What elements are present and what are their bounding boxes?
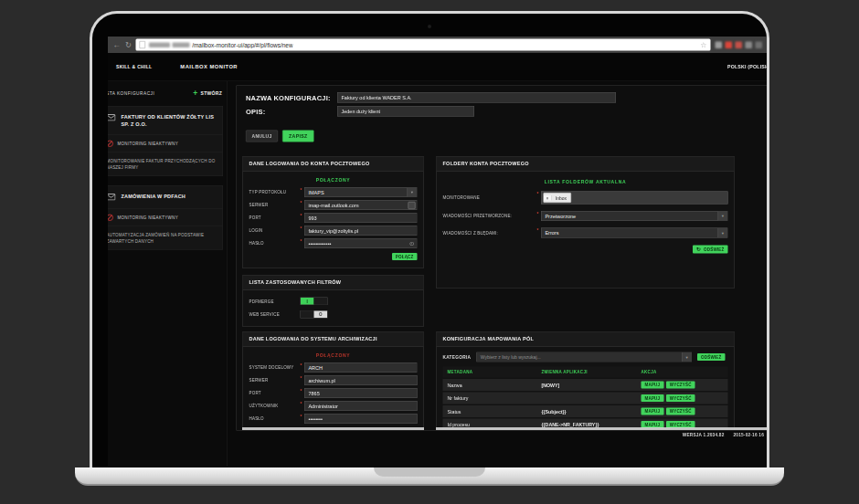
field-label: PORT [249, 215, 301, 220]
url-path: /mailbox-monitor-ui/app/#/pl/flows/new [192, 41, 293, 48]
extension-icon[interactable] [756, 41, 763, 48]
port-input[interactable]: 993 [304, 213, 418, 223]
monitored-folders-input[interactable]: × Inbox [541, 192, 728, 205]
chevron-down-icon[interactable]: ▾ [682, 352, 692, 362]
company-logo: SKILL & CHILL [116, 64, 152, 69]
filter-label: PDFMERGE [249, 299, 301, 303]
target-system-input[interactable]: ARCH [304, 362, 418, 373]
connect-button[interactable]: POŁĄCZ [392, 253, 418, 260]
filter-label: WEB SERVICE [249, 312, 301, 317]
field-label: WIADOMOŚCI Z BŁĘDAMI: [443, 231, 537, 236]
extension-icon[interactable] [746, 41, 753, 48]
folder-tag-chip: × Inbox [543, 193, 571, 203]
refresh-mapping-button[interactable]: ODŚWIEŻ [697, 353, 725, 361]
laptop-base [75, 467, 784, 486]
clear-button[interactable]: WYCZYŚĆ [666, 408, 695, 415]
mapping-table-row: Nr faktury MAPUJ WYCZYŚĆ [443, 393, 728, 404]
configuration-card[interactable]: FAKTURY OD KLIENTÓW ŻÓŁTY LIS SP. Z O.O.… [108, 106, 223, 176]
bookmark-star-icon[interactable]: ☆ [700, 40, 706, 49]
refresh-folders-button[interactable]: ↻ ODŚWIEŻ [693, 246, 728, 254]
configuration-card-description: AUTOMATYZACJA ZAMÓWIEŃ NA PODSTAWIE ZAWA… [108, 226, 223, 249]
category-label: KATEGORIA [443, 354, 472, 360]
password-input[interactable]: ••••••••••••• ⊙ [304, 238, 418, 248]
horizontal-scrollbar[interactable] [436, 427, 767, 430]
monitoring-inactive-icon [108, 214, 113, 221]
mapping-table-header: METADANA ZMIENNA APLIKACJI AKCJA [443, 367, 728, 378]
extension-icon[interactable] [736, 41, 743, 48]
server-input[interactable]: archiwum.pl [304, 375, 418, 385]
required-asterisk: * [301, 388, 302, 394]
create-configuration-button[interactable]: + STWÓRZ [193, 89, 222, 98]
required-asterisk: * [537, 192, 539, 197]
chevron-down-icon[interactable]: ▾ [718, 228, 728, 237]
connection-status: POŁĄCZONY [249, 353, 418, 359]
folders-panel: FOLDERY KONTA POCZTOWEGO LISTA FOLDERÓW … [436, 157, 735, 289]
panel-title: DANE LOGOWANIA DO KONTA POCZTOWEGO [243, 157, 424, 172]
errors-folder-select[interactable]: Errors ▾ [541, 228, 728, 238]
configuration-list-title: LISTA KONFIGURACJI [108, 90, 154, 96]
back-icon[interactable]: ← [113, 41, 122, 49]
login-input[interactable]: faktury_vip@zoltylis.pl [304, 226, 418, 236]
field-label: UŻYTKOWNIK [249, 404, 301, 408]
mail-login-panel: DANE LOGOWANIA DO KONTA POCZTOWEGO POŁĄC… [242, 157, 424, 268]
version-label: WERSJA 1.2034.82 [683, 432, 725, 437]
map-button[interactable]: MAPUJ [642, 382, 664, 389]
required-asterisk: * [301, 213, 302, 218]
mapping-table-row: Status {{Subject}} MAPUJ WYCZYŚĆ [443, 405, 728, 417]
field-label: HASŁO [249, 241, 301, 246]
clear-button[interactable]: WYCZYŚĆ [666, 394, 695, 402]
configuration-card[interactable]: ZAMÓWIENIA W PDFACH MONITORING NIEAKTYWN… [108, 185, 223, 250]
extension-icon[interactable] [726, 41, 733, 48]
field-label: SYSTEM DOCELOWY [249, 365, 301, 370]
horizontal-scrollbar[interactable] [242, 427, 424, 430]
required-asterisk: * [537, 211, 539, 216]
language-selector[interactable]: POLSKI (POLISH) [727, 64, 767, 69]
reload-icon[interactable]: ↻ [125, 41, 132, 49]
envelope-icon [108, 114, 116, 123]
extension-icon[interactable] [716, 41, 723, 48]
category-select[interactable]: Wybierz z listy lub wyszukaj... ▾ [476, 352, 692, 362]
chevron-down-icon[interactable]: ▾ [718, 212, 728, 221]
page-icon [140, 41, 146, 48]
configuration-card-title: ZAMÓWIENIA W PDFACH [122, 193, 186, 200]
configuration-card-description: MONITOROWANIE FAKTUR PRZYCHODZĄCYCH DO N… [108, 152, 223, 175]
show-password-eye-icon[interactable]: ⊙ [409, 240, 414, 247]
map-button[interactable]: MAPUJ [642, 408, 664, 415]
user-input[interactable]: Administrator [304, 401, 418, 411]
map-button[interactable]: MAPUJ [642, 394, 664, 402]
webservice-toggle[interactable]: O [301, 310, 328, 319]
webcam-dot [428, 25, 431, 28]
refresh-icon: ↻ [696, 247, 701, 252]
required-asterisk: * [301, 375, 302, 381]
server-input[interactable]: imap-mail.outlook.com [304, 200, 418, 210]
description-input[interactable]: Jeden duży klient [337, 106, 474, 117]
protocol-select[interactable]: IMAPS ▾ [304, 187, 418, 197]
archive-login-panel: DANE LOGOWANIA DO SYSTEMU ARCHIWIZACJI P… [242, 332, 424, 430]
panel-title: LISTA ZASTOSOWANYCH FILTRÓW [243, 276, 424, 290]
cancel-button[interactable]: ANULUJ [246, 131, 278, 142]
password-input[interactable]: •••••••• [304, 414, 418, 424]
required-asterisk: * [301, 414, 302, 419]
chevron-down-icon[interactable]: ▾ [408, 188, 418, 197]
required-asterisk: * [301, 362, 302, 368]
connection-status: POŁĄCZONY [249, 178, 418, 184]
panel-title: KONFIGURACJA MAPOWANIA PÓL [437, 332, 735, 347]
url-bar[interactable]: /mailbox-monitor-ui/app/#/pl/flows/new ☆ [136, 39, 711, 51]
app-title: MAILBOX MONITOR [180, 64, 238, 69]
field-label: TYP PROTOKOŁU [249, 190, 301, 194]
processed-folder-select[interactable]: Przetworzone ▾ [541, 211, 728, 221]
app-top-nav: SKILL & CHILL MAILBOX MONITOR POLSKI (PO… [108, 53, 767, 81]
configuration-name-input[interactable]: Faktury od klienta WADER S.A. [337, 92, 616, 103]
remove-tag-icon[interactable]: × [544, 195, 551, 201]
required-asterisk: * [301, 401, 302, 406]
field-addon-icon[interactable] [408, 202, 416, 209]
required-asterisk: * [301, 187, 302, 193]
field-label: SERWER [249, 378, 301, 383]
port-input[interactable]: 7865 [304, 388, 418, 398]
save-button[interactable]: ZAPISZ [282, 131, 313, 142]
clear-button[interactable]: WYCZYŚĆ [666, 382, 695, 389]
pdfmerge-toggle[interactable]: I [301, 298, 328, 306]
browser-extensions [716, 41, 763, 48]
field-label: HASŁO [249, 416, 301, 421]
field-label: WIADOMOŚCI PRZETWORZONE: [443, 214, 537, 218]
